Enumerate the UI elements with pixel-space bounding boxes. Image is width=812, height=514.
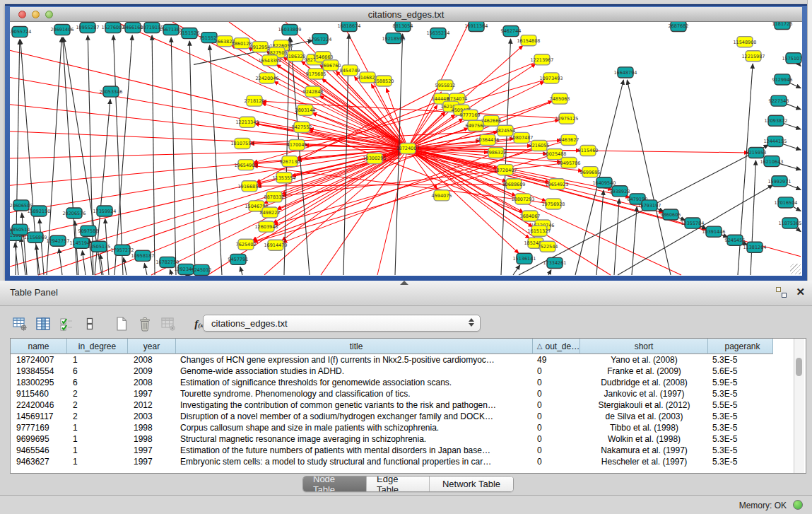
network-node[interactable]: 16818674: [337, 22, 360, 32]
table-dropdown[interactable]: citations_edges.txt: [203, 315, 481, 332]
network-node[interactable]: 9151526: [180, 28, 200, 39]
table-scrollbar[interactable]: [794, 339, 804, 473]
network-node[interactable]: 7522544: [538, 241, 558, 252]
tab-edge-table[interactable]: Edge Table: [367, 477, 430, 491]
network-node[interactable]: 2687682: [669, 22, 689, 32]
network-node[interactable]: 19166852: [237, 181, 261, 192]
network-node[interactable]: 16154808: [517, 35, 540, 46]
network-node[interactable]: 17334261: [543, 257, 566, 268]
network-node[interactable]: 20691406: [50, 25, 73, 35]
tab-node-table[interactable]: Node Table: [303, 477, 367, 491]
network-node[interactable]: 19654903: [234, 160, 257, 170]
network-node[interactable]: 2718120: [245, 95, 265, 106]
new-table-button[interactable]: [112, 314, 131, 334]
column-header-title[interactable]: title: [176, 339, 533, 354]
network-node[interactable]: 7625402: [236, 239, 257, 250]
network-node[interactable]: 4170045: [287, 139, 307, 150]
network-node[interactable]: 12975125: [555, 113, 578, 124]
table-settings-button[interactable]: [10, 314, 30, 334]
network-node[interactable]: 10955287: [76, 23, 99, 33]
table-row[interactable]: 2242004622012Investigating the contribut…: [11, 399, 773, 411]
network-node[interactable]: 2803144: [295, 105, 316, 115]
network-node[interactable]: 17359924: [93, 206, 116, 216]
network-node[interactable]: 8454749: [340, 65, 360, 76]
network-node[interactable]: 12215987: [741, 51, 765, 62]
resize-grip[interactable]: [790, 264, 801, 274]
table-row[interactable]: 969969511998Structural magnetic resonanc…: [11, 433, 773, 445]
network-node[interactable]: 1181723: [772, 22, 793, 30]
network-node[interactable]: 12603948: [254, 221, 278, 232]
network-node[interactable]: 9699695: [580, 167, 601, 177]
network-node[interactable]: 7986322: [486, 147, 507, 158]
table-row[interactable]: 1456911722003Disruption of a novel membe…: [11, 411, 773, 422]
network-node[interactable]: 10688609: [502, 179, 525, 189]
tab-network-table[interactable]: Network Table: [430, 477, 513, 491]
network-node[interactable]: 19055724: [10, 27, 32, 37]
network-node[interactable]: 8813054: [393, 22, 413, 32]
scrollbar-thumb[interactable]: [796, 358, 802, 376]
network-node[interactable]: 5938923: [610, 186, 630, 197]
network-node[interactable]: 9777169: [460, 110, 481, 120]
network-node[interactable]: 12444155: [763, 136, 787, 146]
close-panel-icon[interactable]: ✕: [796, 286, 805, 298]
network-node[interactable]: 9227343: [769, 95, 789, 106]
network-node[interactable]: 19756928: [541, 199, 565, 209]
column-header-pagerank[interactable]: pagerank: [708, 339, 773, 354]
network-node[interactable]: 2696760: [321, 60, 341, 71]
network-node[interactable]: 16210643: [760, 156, 783, 167]
table-row[interactable]: 1830029562008Estimation of significance …: [11, 377, 773, 388]
network-svg[interactable]: 1872400788601288912954182260589827509165…: [10, 22, 802, 276]
network-node[interactable]: 9129946: [772, 74, 793, 85]
table-row[interactable]: 1938455462009Genome-wide association stu…: [11, 366, 773, 377]
delete-table-button[interactable]: [135, 314, 155, 334]
network-node[interactable]: 19218596: [382, 33, 405, 44]
network-node[interactable]: 15635214: [426, 28, 449, 39]
column-header-short[interactable]: short: [580, 339, 708, 354]
network-node[interactable]: 15751074: [782, 53, 802, 64]
table-row[interactable]: 1872400712008Changes of HCN gene express…: [11, 354, 773, 366]
network-node[interactable]: 18107554: [230, 138, 254, 148]
network-node[interactable]: 16914479: [264, 240, 287, 250]
network-node[interactable]: 3824554: [495, 125, 516, 136]
network-node[interactable]: 17016504: [774, 197, 797, 208]
network-node[interactable]: 17957224: [308, 34, 331, 45]
panel-divider-handle[interactable]: [400, 281, 408, 285]
network-node[interactable]: 4594075: [432, 190, 452, 201]
network-node[interactable]: 16911364: [464, 22, 488, 32]
column-header-out-degree[interactable]: △out_de…: [533, 339, 580, 354]
float-panel-icon[interactable]: [776, 287, 787, 298]
table-row[interactable]: 946554611997Estimation of the future num…: [11, 445, 773, 456]
network-node[interactable]: 8878332: [264, 192, 285, 202]
network-node[interactable]: 9245455: [725, 235, 746, 245]
rows-button[interactable]: [80, 314, 100, 334]
network-node[interactable]: 9457791: [228, 254, 249, 264]
table-row[interactable]: 946362711997Embryonic stem cells: a mode…: [11, 456, 773, 467]
network-node[interactable]: 9115460: [578, 145, 599, 156]
network-node[interactable]: 15136141: [512, 253, 536, 264]
network-node[interactable]: 11353554: [272, 173, 295, 183]
network-node[interactable]: 9462744: [501, 26, 522, 37]
network-node[interactable]: 16648794: [613, 67, 637, 78]
column-header-year[interactable]: year: [128, 339, 176, 354]
network-node[interactable]: 20053346: [99, 86, 122, 97]
network-node[interactable]: 10391446: [702, 226, 725, 237]
network-node[interactable]: 8427552: [292, 122, 312, 132]
network-node[interactable]: 15992971: [767, 176, 791, 187]
network-node[interactable]: 12093872: [764, 115, 787, 126]
network-node[interactable]: 8216055: [529, 140, 550, 151]
network-node[interactable]: 5850514: [10, 224, 30, 235]
network-node[interactable]: 9245012: [192, 264, 212, 275]
network-node[interactable]: 8498222: [260, 207, 281, 218]
network-node[interactable]: 7485063: [550, 93, 570, 104]
network-window-titlebar[interactable]: citations_edges.txt: [10, 7, 802, 22]
column-header-name[interactable]: name: [11, 339, 67, 354]
network-node[interactable]: 16033809: [278, 25, 301, 35]
network-node[interactable]: 7663822: [215, 36, 235, 47]
network-node[interactable]: 9860605: [661, 209, 681, 220]
column-visibility-button[interactable]: [33, 314, 53, 334]
network-node[interactable]: 7462666: [481, 115, 502, 126]
network-node[interactable]: 20206576: [62, 208, 86, 218]
row-selection-button[interactable]: [57, 314, 76, 334]
network-node[interactable]: 8186328: [286, 51, 306, 62]
network-node[interactable]: 9242848: [303, 86, 324, 97]
